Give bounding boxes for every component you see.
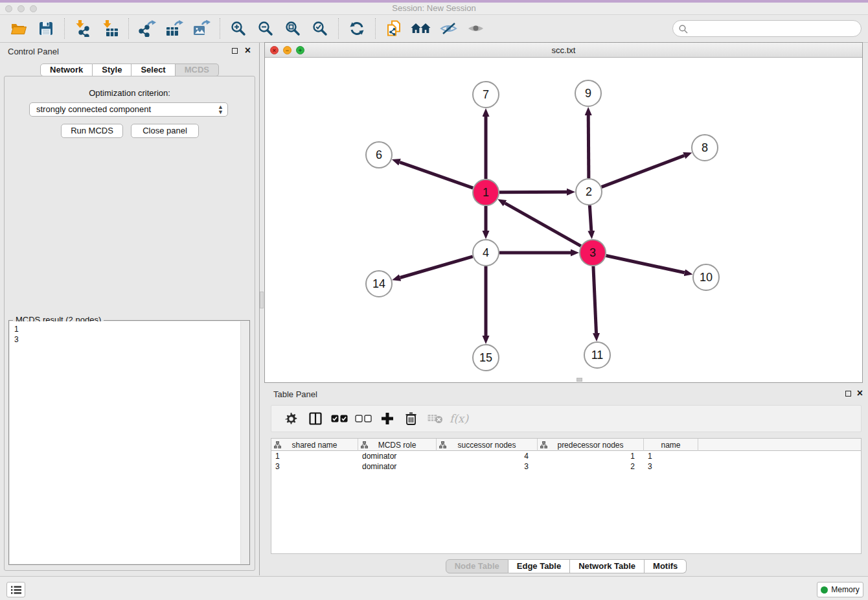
column-layout-button[interactable]: [303, 409, 327, 428]
save-session-button[interactable]: [32, 17, 60, 40]
mcds-result-text[interactable]: 13: [10, 321, 249, 564]
window-titlebar: Session: New Session: [0, 3, 868, 15]
first-neighbors-button[interactable]: [407, 17, 435, 40]
tab-network-table[interactable]: Network Table: [570, 559, 645, 573]
close-table-panel-icon[interactable]: ×: [857, 387, 863, 400]
unchecked-boxes-icon: [355, 415, 372, 422]
task-history-button[interactable]: [6, 582, 25, 597]
table-settings-button[interactable]: [279, 409, 303, 428]
zoom-selected-icon: [312, 21, 328, 36]
table-row[interactable]: 3dominator323: [271, 461, 861, 472]
tab-mcds[interactable]: MCDS: [176, 63, 219, 76]
global-search: [672, 20, 862, 37]
optimization-criterion-select[interactable]: strongly connected component ▲▼: [29, 102, 228, 117]
edge-2-9[interactable]: [588, 115, 589, 178]
column-header-name[interactable]: name: [644, 439, 698, 451]
export-table-button[interactable]: [161, 17, 188, 40]
column-header-shared-name[interactable]: shared name: [271, 439, 358, 451]
main-toolbar: [0, 15, 868, 43]
run-mcds-button[interactable]: Run MCDS: [61, 124, 123, 138]
function-builder-button[interactable]: f(x): [447, 409, 471, 428]
node-label: 1: [483, 186, 489, 199]
network-window-titlebar[interactable]: × − + scc.txt: [265, 43, 862, 58]
tab-network[interactable]: Network: [40, 63, 93, 76]
edge-3-1[interactable]: [505, 203, 581, 246]
table-cell: 2: [538, 461, 644, 472]
table-panel-title: Table Panel: [273, 389, 317, 399]
export-network-button[interactable]: [133, 17, 161, 40]
table-cell: dominator: [358, 461, 437, 472]
edge-3-11[interactable]: [593, 266, 597, 333]
import-table-button[interactable]: [97, 17, 124, 40]
edge-1-6[interactable]: [400, 162, 473, 188]
zoom-fit-button[interactable]: [279, 17, 306, 40]
node-label: 11: [591, 349, 604, 362]
list-icon: [11, 586, 21, 594]
control-panel-title: Control Panel: [8, 47, 59, 56]
split-pane-handle[interactable]: [260, 292, 264, 308]
zoom-out-button[interactable]: [252, 17, 279, 40]
node-label: 4: [483, 246, 489, 259]
table-cell: 3: [271, 461, 358, 472]
tab-edge-table[interactable]: Edge Table: [508, 559, 570, 573]
result-scrollbar[interactable]: [240, 321, 249, 564]
memory-label: Memory: [831, 585, 859, 594]
open-session-button[interactable]: [5, 17, 32, 40]
node-label: 8: [702, 141, 708, 154]
tab-node-table[interactable]: Node Table: [446, 559, 508, 573]
float-panel-icon[interactable]: [232, 48, 238, 54]
apply-layout-button[interactable]: [343, 17, 371, 40]
table-toolbar: f(x): [271, 405, 862, 432]
memory-button[interactable]: Memory: [817, 582, 863, 597]
memory-status-icon: [821, 586, 828, 594]
table-cell: 3: [437, 461, 538, 472]
delete-table-button[interactable]: [423, 409, 447, 428]
import-network-button[interactable]: [69, 17, 97, 40]
zoom-in-button[interactable]: [225, 17, 252, 40]
fx-icon: f(x): [450, 412, 468, 425]
node-label: 3: [589, 246, 596, 259]
export-table-icon: [166, 20, 183, 37]
eye-slash-icon: [440, 22, 457, 35]
close-panel-icon[interactable]: ×: [245, 44, 251, 57]
tab-select[interactable]: Select: [131, 63, 175, 76]
column-header-predecessor-nodes[interactable]: predecessor nodes: [538, 439, 644, 451]
table-panel-header: Table Panel ×: [264, 386, 868, 404]
column-header-label: successor nodes: [457, 441, 516, 450]
tab-style[interactable]: Style: [93, 63, 131, 76]
new-network-from-selection-button[interactable]: [380, 17, 407, 40]
delete-column-button[interactable]: [399, 409, 423, 428]
edge-3-10[interactable]: [606, 255, 685, 272]
status-bar: Memory: [0, 576, 868, 600]
control-panel-tabs: NetworkStyleSelectMCDS: [0, 63, 259, 76]
checked-boxes-icon: [331, 415, 348, 422]
float-table-panel-icon[interactable]: [845, 391, 851, 397]
network-graph[interactable]: 7968124314101511: [265, 58, 862, 382]
canvas-scrollbar-nub[interactable]: [577, 378, 582, 382]
node-table-header: shared nameMCDS rolesuccessor nodesprede…: [271, 439, 861, 451]
column-header-mcds-role[interactable]: MCDS role: [358, 439, 437, 451]
edge-1-2[interactable]: [499, 192, 567, 192]
table-row[interactable]: 1dominator411: [271, 451, 861, 461]
hide-selected-button[interactable]: [435, 17, 462, 40]
toolbar-separator: [375, 18, 376, 39]
close-panel-button[interactable]: Close panel: [131, 124, 199, 138]
table-panel-tabs: Node TableEdge TableNetwork TableMotifs: [264, 559, 868, 573]
select-all-rows-button[interactable]: [327, 409, 351, 428]
export-image-button[interactable]: [188, 17, 215, 40]
edge-4-14[interactable]: [400, 257, 473, 278]
criterion-value: strongly connected component: [36, 104, 151, 114]
deselect-all-rows-button[interactable]: [351, 409, 375, 428]
shared-column-icon: [274, 441, 281, 450]
tab-motifs[interactable]: Motifs: [645, 559, 687, 573]
search-input[interactable]: [691, 21, 853, 36]
edge-2-3[interactable]: [589, 205, 591, 231]
edge-2-8[interactable]: [602, 156, 685, 187]
toolbar-separator: [220, 18, 220, 39]
node-table: shared nameMCDS rolesuccessor nodesprede…: [271, 438, 862, 554]
window-title: Session: New Session: [0, 3, 868, 13]
add-column-button[interactable]: [375, 409, 399, 428]
show-all-button[interactable]: [462, 17, 489, 40]
column-header-successor-nodes[interactable]: successor nodes: [437, 439, 538, 451]
zoom-selected-button[interactable]: [306, 17, 334, 40]
